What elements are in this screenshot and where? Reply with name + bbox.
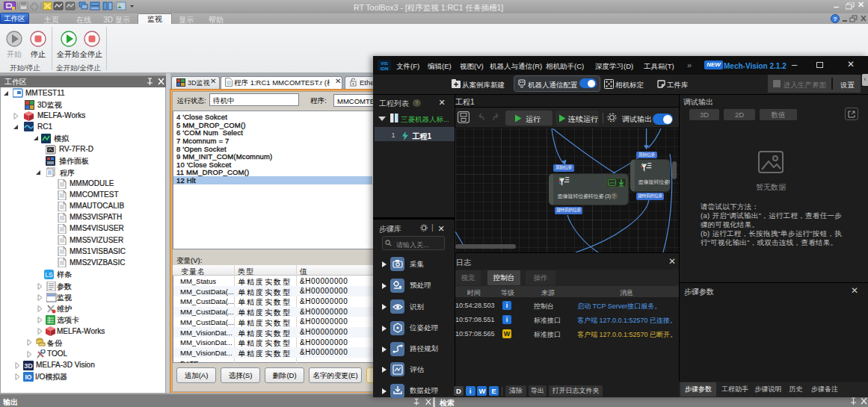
svg-text:?: ? xyxy=(834,16,837,22)
svg-text:VIS: VIS xyxy=(381,61,388,66)
svg-text:IO: IO xyxy=(25,373,32,381)
svg-text:ION: ION xyxy=(381,66,389,71)
svg-text:LS: LS xyxy=(45,271,53,279)
svg-text:3D: 3D xyxy=(24,362,33,370)
